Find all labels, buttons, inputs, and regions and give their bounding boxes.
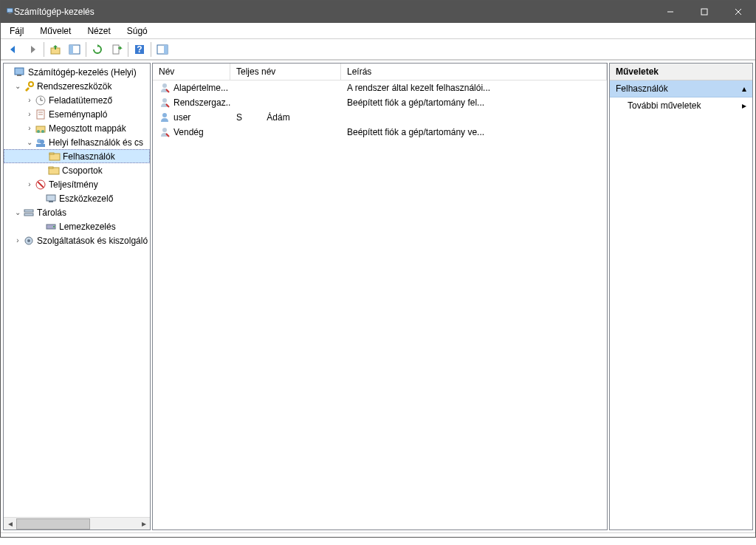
toolbar: ? bbox=[1, 39, 755, 60]
menubar: Fájl Művelet Nézet Súgó bbox=[1, 23, 755, 39]
export-button[interactable] bbox=[108, 41, 126, 58]
svg-point-44 bbox=[162, 83, 167, 88]
svg-point-26 bbox=[41, 130, 44, 133]
svg-rect-31 bbox=[49, 153, 54, 154]
performance-icon bbox=[35, 179, 47, 191]
chevron-right-icon[interactable]: › bbox=[24, 180, 35, 188]
toolbar-separator bbox=[128, 42, 128, 57]
svg-point-25 bbox=[37, 130, 40, 133]
svg-point-17 bbox=[29, 82, 33, 86]
scroll-right-button[interactable]: ▸ bbox=[137, 518, 150, 530]
tree-eventviewer[interactable]: › Eseménynapló bbox=[4, 107, 150, 121]
svg-point-46 bbox=[162, 113, 167, 117]
back-button[interactable] bbox=[4, 41, 22, 58]
tree-label: Megosztott mappák bbox=[49, 123, 126, 134]
tree-storage[interactable]: ⌄ Tárolás bbox=[4, 205, 150, 219]
list-item[interactable]: user S Ádám bbox=[153, 110, 607, 125]
svg-rect-16 bbox=[17, 75, 21, 76]
svg-rect-2 bbox=[8, 13, 12, 14]
folder-icon bbox=[49, 151, 61, 162]
scroll-left-button[interactable]: ◂ bbox=[4, 518, 16, 530]
help-button[interactable]: ? bbox=[131, 41, 148, 58]
folder-icon bbox=[48, 165, 60, 176]
close-button[interactable] bbox=[721, 1, 755, 23]
chevron-right-icon[interactable]: › bbox=[24, 96, 35, 104]
chevron-right-icon[interactable]: › bbox=[24, 110, 35, 118]
list-pane: Név Teljes név Leírás Alapértelme... A r… bbox=[152, 63, 608, 530]
column-desc[interactable]: Leírás bbox=[341, 64, 607, 80]
show-hide-tree-button[interactable] bbox=[66, 41, 83, 58]
actions-more-label: További műveletek bbox=[628, 100, 701, 111]
up-button[interactable] bbox=[47, 41, 64, 58]
chevron-right-icon[interactable]: › bbox=[24, 124, 35, 132]
menu-action[interactable]: Művelet bbox=[37, 24, 74, 38]
chevron-down-icon[interactable]: ⌄ bbox=[24, 138, 35, 146]
svg-point-28 bbox=[40, 140, 44, 144]
actions-more[interactable]: További műveletek ▸ bbox=[610, 97, 752, 114]
actions-selection-label: Felhasználók bbox=[616, 83, 668, 94]
tree-users[interactable]: Felhasználók bbox=[4, 149, 150, 163]
menu-file[interactable]: Fájl bbox=[7, 24, 27, 38]
window: Számítógép-kezelés Fájl Művelet Nézet Sú… bbox=[0, 0, 756, 538]
chevron-down-icon[interactable]: ⌄ bbox=[13, 208, 23, 216]
show-hide-action-button[interactable] bbox=[154, 41, 171, 58]
tree-services[interactable]: › Szolgáltatások és kiszolgáló bbox=[4, 233, 150, 247]
window-controls bbox=[653, 1, 755, 23]
actions-selection-header[interactable]: Felhasználók ▴ bbox=[610, 80, 752, 97]
svg-rect-9 bbox=[69, 45, 73, 54]
cell-name: Vendég bbox=[173, 127, 204, 137]
status-bar bbox=[1, 532, 755, 537]
column-name[interactable]: Név bbox=[153, 64, 230, 80]
chevron-down-icon[interactable]: ⌄ bbox=[13, 82, 23, 90]
cell-desc: Beépített fiók a gép/tartomány fel... bbox=[347, 97, 484, 108]
list-item[interactable]: Rendszergaz... Beépített fiók a gép/tart… bbox=[153, 95, 607, 110]
tree-taskscheduler[interactable]: › Feladatütemező bbox=[4, 93, 150, 107]
user-icon bbox=[159, 97, 171, 109]
titlebar: Számítógép-kezelés bbox=[1, 1, 755, 23]
minimize-button[interactable] bbox=[653, 1, 687, 23]
tree-root[interactable]: Számítógép-kezelés (Helyi) bbox=[4, 65, 150, 79]
services-icon bbox=[23, 235, 35, 247]
tree-label: Tárolás bbox=[37, 208, 66, 218]
navigation-tree[interactable]: Számítógép-kezelés (Helyi) ⌄ Rendszeresz… bbox=[4, 64, 150, 517]
user-icon bbox=[159, 82, 171, 94]
cell-desc: A rendszer által kezelt felhasználói... bbox=[347, 83, 490, 93]
column-headers: Név Teljes név Leírás bbox=[153, 64, 607, 80]
tree-sharedfolders[interactable]: › Megosztott mappák bbox=[4, 121, 150, 135]
maximize-button[interactable] bbox=[687, 1, 721, 23]
tree-systools[interactable]: ⌄ Rendszereszközök bbox=[4, 79, 150, 93]
cell-name: user bbox=[173, 112, 190, 123]
tree-devmgr[interactable]: Eszközkezelő bbox=[4, 191, 150, 205]
actions-pane: Műveletek Felhasználók ▴ További művelet… bbox=[609, 63, 753, 530]
tree-localusers[interactable]: ⌄ Helyi felhasználók és cs bbox=[4, 135, 150, 149]
collapse-icon: ▴ bbox=[742, 83, 746, 94]
tree-performance[interactable]: › Teljesítmény bbox=[4, 177, 150, 191]
menu-help[interactable]: Súgó bbox=[124, 24, 151, 38]
tree-label: Rendszereszközök bbox=[37, 81, 111, 92]
svg-rect-14 bbox=[164, 45, 168, 54]
list-item[interactable]: Vendég Beépített fiók a gép/tartomány ve… bbox=[153, 125, 607, 140]
tree-label: Számítógép-kezelés (Helyi) bbox=[28, 67, 137, 78]
tree-label: Helyi felhasználók és cs bbox=[49, 137, 143, 148]
toolbar-separator bbox=[151, 42, 151, 57]
tree-label: Csoportok bbox=[62, 165, 103, 176]
refresh-button[interactable] bbox=[89, 41, 106, 58]
tree-diskmgmt[interactable]: Lemezkezelés bbox=[4, 219, 150, 233]
toolbar-separator bbox=[86, 42, 86, 57]
window-title: Számítógép-kezelés bbox=[14, 7, 653, 17]
tree-label: Szolgáltatások és kiszolgáló bbox=[37, 236, 148, 246]
user-list[interactable]: Alapértelme... A rendszer által kezelt f… bbox=[153, 80, 607, 529]
tree-groups[interactable]: Csoportok bbox=[4, 163, 150, 177]
menu-view[interactable]: Nézet bbox=[84, 24, 113, 38]
column-fullname[interactable]: Teljes név bbox=[230, 64, 341, 80]
clock-icon bbox=[35, 95, 47, 106]
horizontal-scrollbar[interactable]: ◂ ▸ bbox=[4, 517, 150, 529]
svg-rect-39 bbox=[24, 213, 33, 216]
forward-button[interactable] bbox=[24, 41, 41, 58]
chevron-right-icon[interactable]: › bbox=[13, 236, 23, 244]
svg-point-41 bbox=[53, 226, 55, 227]
scroll-thumb[interactable] bbox=[16, 518, 90, 529]
list-item[interactable]: Alapértelme... A rendszer által kezelt f… bbox=[153, 80, 607, 95]
user-icon bbox=[159, 112, 171, 123]
svg-rect-29 bbox=[36, 144, 45, 147]
